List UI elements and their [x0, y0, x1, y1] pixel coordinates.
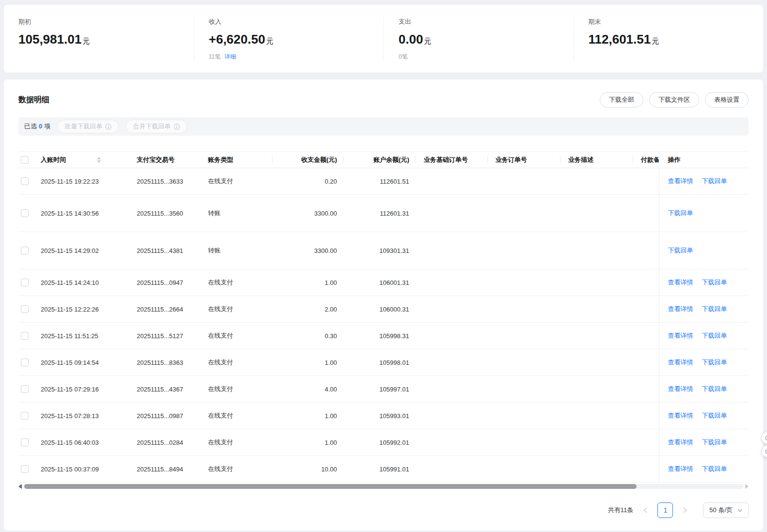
- cell-balance: 105992.01: [344, 429, 416, 456]
- view-detail-link[interactable]: 查看详情: [668, 438, 693, 447]
- cell-payer-note: [633, 269, 659, 296]
- view-detail-link[interactable]: 查看详情: [668, 278, 693, 287]
- download-file-area-button[interactable]: 下载文件区: [649, 92, 699, 108]
- sort-icon[interactable]: [97, 157, 101, 163]
- cell-description: [560, 376, 633, 403]
- download-all-button[interactable]: 下载全部: [600, 92, 643, 108]
- cell-actions: 查看详情下载回单: [668, 465, 749, 473]
- view-detail-link[interactable]: 查看详情: [668, 331, 693, 340]
- floating-help-button[interactable]: [761, 432, 767, 444]
- floating-service-button[interactable]: [761, 445, 767, 457]
- row-checkbox[interactable]: [21, 385, 29, 393]
- page-size-select[interactable]: 50 条/页: [703, 502, 749, 518]
- table-row: 2025-11-15 07:29:16 20251115...4367 在线支付…: [18, 376, 749, 403]
- row-checkbox[interactable]: [21, 332, 29, 340]
- cell-actions: 查看详情下载回单: [668, 305, 749, 313]
- scrollbar-thumb[interactable]: [24, 484, 637, 489]
- scroll-right-arrow-icon[interactable]: [745, 484, 749, 489]
- current-page-button[interactable]: 1: [657, 502, 673, 518]
- row-checkbox[interactable]: [21, 209, 29, 217]
- cell-order: [488, 403, 560, 429]
- cell-base-order: [416, 349, 488, 376]
- download-receipt-link[interactable]: 下载回单: [668, 246, 693, 255]
- cell-amount: 4.00: [272, 376, 344, 403]
- cell-transaction-id: 20251115...4367: [137, 376, 208, 403]
- row-checkbox[interactable]: [21, 438, 29, 446]
- download-receipt-link[interactable]: 下载回单: [702, 278, 727, 287]
- table-row: 2025-11-15 14:24:10 20251115...0947 在线支付…: [18, 269, 749, 296]
- cell-entry-time: 2025-11-15 14:30:56: [41, 195, 137, 232]
- row-checkbox[interactable]: [21, 305, 29, 313]
- download-receipt-link[interactable]: 下载回单: [702, 438, 727, 447]
- cell-description: [560, 429, 633, 456]
- summary-amount: 0.00: [399, 32, 423, 47]
- summary-sub: 11笔 详细: [209, 53, 369, 61]
- cell-amount: 3300.00: [272, 232, 344, 269]
- column-header-entry-time[interactable]: 入账时间: [41, 156, 66, 164]
- view-detail-link[interactable]: 查看详情: [668, 465, 693, 473]
- prev-page-button[interactable]: [641, 505, 650, 515]
- summary-value: 105,981.01元: [18, 32, 179, 47]
- summary-value: +6,620.50元: [209, 32, 369, 47]
- cell-amount: 1.00: [272, 403, 344, 429]
- cell-transaction-id: 20251115...8363: [137, 349, 208, 376]
- cell-entry-time: 2025-11-15 19:22:23: [41, 168, 137, 195]
- table-settings-button[interactable]: 表格设置: [705, 92, 749, 108]
- scroll-left-arrow-icon[interactable]: [18, 484, 22, 489]
- cell-order: [488, 232, 560, 269]
- cell-account-type: 在线支付: [208, 323, 272, 349]
- cell-account-type: 在线支付: [208, 376, 272, 403]
- cell-base-order: [416, 456, 488, 483]
- cell-entry-time: 2025-11-15 06:40:03: [41, 429, 137, 456]
- cell-amount: 1.00: [272, 349, 344, 376]
- cell-actions: 下载回单: [668, 246, 749, 255]
- cell-payer-note: [633, 168, 659, 195]
- view-detail-link[interactable]: 查看详情: [668, 385, 693, 393]
- download-receipt-link[interactable]: 下载回单: [702, 177, 727, 186]
- download-receipt-link[interactable]: 下载回单: [702, 411, 727, 420]
- column-header-base-order: 业务基础订单号: [416, 152, 488, 168]
- horizontal-scrollbar[interactable]: [18, 484, 749, 489]
- cell-account-type: 在线支付: [208, 456, 272, 483]
- summary-value: 0.00元: [399, 32, 559, 47]
- view-detail-link[interactable]: 查看详情: [668, 305, 693, 313]
- cell-account-type: 在线支付: [208, 168, 272, 195]
- cell-entry-time: 2025-11-15 07:28:13: [41, 403, 137, 429]
- batch-download-receipts-button[interactable]: 批量下载回单: [57, 120, 119, 133]
- cell-description: [560, 403, 633, 429]
- income-detail-link[interactable]: 详细: [224, 53, 236, 61]
- row-checkbox[interactable]: [21, 465, 29, 473]
- summary-amount: +6,620.50: [209, 32, 265, 47]
- cell-account-type: 在线支付: [208, 429, 272, 456]
- view-detail-link[interactable]: 查看详情: [668, 177, 693, 186]
- table-row: 2025-11-15 00:37:09 20251115...8494 在线支付…: [18, 456, 749, 483]
- row-checkbox[interactable]: [21, 279, 29, 286]
- column-header-actions: 操作: [659, 152, 749, 168]
- cell-account-type: 在线支付: [208, 269, 272, 296]
- download-receipt-link[interactable]: 下载回单: [668, 209, 693, 218]
- merge-download-receipts-button[interactable]: 合并下载回单: [126, 120, 187, 133]
- row-checkbox[interactable]: [21, 359, 29, 366]
- download-receipt-link[interactable]: 下载回单: [702, 358, 727, 367]
- download-receipt-link[interactable]: 下载回单: [702, 331, 727, 340]
- download-receipt-link[interactable]: 下载回单: [702, 385, 727, 393]
- cell-base-order: [416, 323, 488, 349]
- row-checkbox[interactable]: [21, 247, 29, 254]
- table-body: 2025-11-15 19:22:23 20251115...3633 在线支付…: [18, 168, 749, 483]
- view-detail-link[interactable]: 查看详情: [668, 358, 693, 367]
- download-receipt-link[interactable]: 下载回单: [702, 465, 727, 473]
- cell-actions: 查看详情下载回单: [668, 177, 749, 186]
- next-page-button[interactable]: [681, 505, 689, 515]
- view-detail-link[interactable]: 查看详情: [668, 411, 693, 420]
- scrollbar-track[interactable]: [23, 484, 744, 489]
- batch-download-label: 批量下载回单: [64, 122, 102, 131]
- row-checkbox[interactable]: [21, 177, 29, 185]
- row-checkbox[interactable]: [21, 412, 29, 420]
- select-all-checkbox[interactable]: [21, 156, 29, 164]
- cell-amount: 0.30: [272, 323, 344, 349]
- cell-entry-time: 2025-11-15 14:24:10: [41, 269, 137, 296]
- cell-account-type: 在线支付: [208, 403, 272, 429]
- summary-value: 112,601.51元: [589, 32, 749, 47]
- download-receipt-link[interactable]: 下载回单: [702, 305, 727, 313]
- cell-transaction-id: 20251115...8494: [137, 456, 208, 483]
